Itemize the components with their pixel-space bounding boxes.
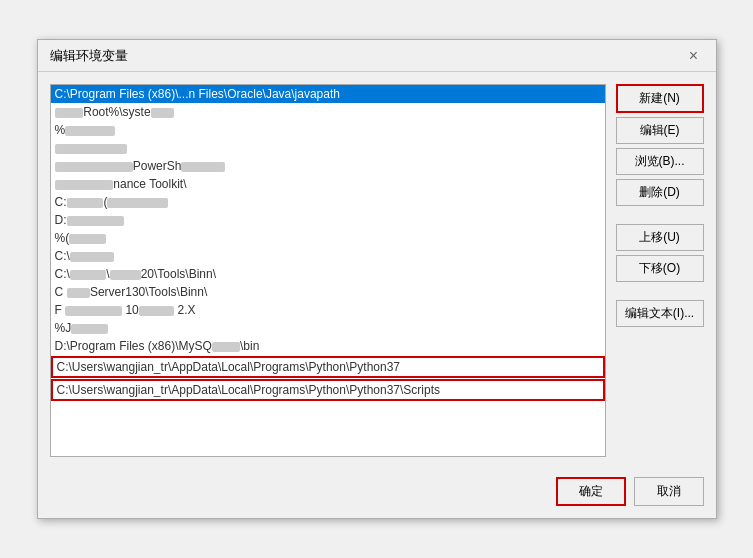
list-item[interactable]: PowerSh (51, 157, 605, 175)
list-item[interactable]: C:\Program Files (x86)\...n Files\Oracle… (51, 85, 605, 103)
list-item[interactable]: F 10 2.X (51, 301, 605, 319)
list-item[interactable]: C:( (51, 193, 605, 211)
delete-button[interactable]: 删除(D) (616, 179, 704, 206)
dialog-title: 编辑环境变量 (50, 47, 128, 65)
list-item[interactable]: C:\Users\wangjian_tr\AppData\Local\Progr… (51, 379, 605, 401)
list-item[interactable] (51, 139, 605, 157)
title-bar: 编辑环境变量 × (38, 40, 716, 72)
new-button[interactable]: 新建(N) (616, 84, 704, 113)
footer: 确定 取消 (38, 469, 716, 518)
edit-text-button[interactable]: 编辑文本(I)... (616, 300, 704, 327)
edit-button[interactable]: 编辑(E) (616, 117, 704, 144)
edit-env-dialog: 编辑环境变量 × C:\Program Files (x86)\...n Fil… (37, 39, 717, 519)
list-item[interactable]: D: (51, 211, 605, 229)
dialog-content: C:\Program Files (x86)\...n Files\Oracle… (38, 72, 716, 469)
move-down-button[interactable]: 下移(O) (616, 255, 704, 282)
list-item[interactable]: Root%\syste (51, 103, 605, 121)
cancel-button[interactable]: 取消 (634, 477, 704, 506)
list-item[interactable]: % (51, 121, 605, 139)
spacer1 (616, 210, 704, 220)
list-item[interactable]: C:\Users\wangjian_tr\AppData\Local\Progr… (51, 356, 605, 378)
env-variable-list[interactable]: C:\Program Files (x86)\...n Files\Oracle… (50, 84, 606, 457)
close-button[interactable]: × (684, 46, 704, 66)
list-item[interactable]: C:\ (51, 247, 605, 265)
list-area: C:\Program Files (x86)\...n Files\Oracle… (50, 84, 606, 457)
list-item[interactable]: D:\Program Files (x86)\MySQ\bin (51, 337, 605, 355)
list-item[interactable]: %( (51, 229, 605, 247)
list-item[interactable]: %J (51, 319, 605, 337)
confirm-button[interactable]: 确定 (556, 477, 626, 506)
move-up-button[interactable]: 上移(U) (616, 224, 704, 251)
list-item[interactable]: nance Toolkit\ (51, 175, 605, 193)
spacer2 (616, 286, 704, 296)
list-item[interactable]: C Server130\Tools\Binn\ (51, 283, 605, 301)
list-item[interactable]: C:\\20\Tools\Binn\ (51, 265, 605, 283)
button-panel: 新建(N) 编辑(E) 浏览(B)... 删除(D) 上移(U) 下移(O) 编… (616, 84, 704, 457)
browse-button[interactable]: 浏览(B)... (616, 148, 704, 175)
